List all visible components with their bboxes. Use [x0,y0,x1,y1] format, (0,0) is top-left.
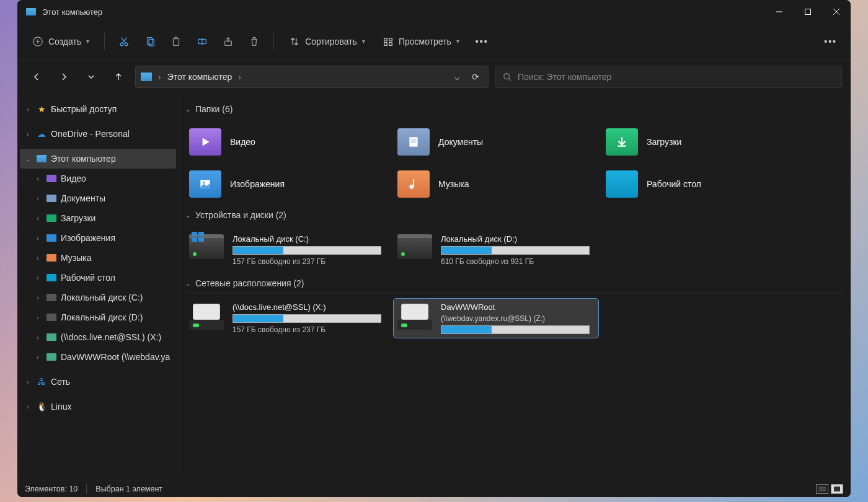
sidebar-onedrive[interactable]: › ☁ OneDrive - Personal [20,124,176,144]
sidebar-desktop[interactable]: › Рабочий стол [20,268,176,288]
back-button[interactable] [26,66,47,87]
chevron-down-icon: ⌄ [185,280,190,287]
trash-icon [249,36,260,47]
expand-icon[interactable]: › [33,255,42,262]
cut-icon [118,36,130,47]
content-area: ⌄ Папки (6) Видео Документы Загрузки [179,94,851,480]
new-button[interactable]: Создать ▾ [25,30,97,53]
expand-icon[interactable]: › [33,294,42,301]
folder-downloads[interactable]: Загрузки [602,125,807,159]
address-bar[interactable]: › Этот компьютер › ⌵ ⟳ [135,66,489,88]
sidebar-pictures[interactable]: › Изображения [20,228,176,248]
status-bar: Элементов: 10 Выбран 1 элемент [17,480,851,497]
new-label: Создать [48,37,81,46]
maximize-button[interactable] [794,0,822,24]
delete-button[interactable] [242,30,266,53]
expand-icon[interactable]: › [33,275,42,281]
network-icon: 🖧 [36,376,47,387]
folder-desktop[interactable]: Рабочий стол [602,167,807,201]
expand-icon[interactable]: › [24,106,32,113]
expand-icon[interactable]: › [24,403,32,410]
expand-icon[interactable]: › [33,195,42,202]
collapse-icon[interactable]: ⌄ [24,156,32,162]
netdrive-x[interactable]: (\\docs.live.net@SSL) (X:) 157 ГБ свобод… [185,299,390,338]
address-dropdown[interactable]: ⌵ [450,72,464,82]
capacity-bar [441,246,590,255]
paste-button[interactable] [164,30,188,53]
folder-documents[interactable]: Документы [394,125,598,159]
video-folder-icon [46,173,57,184]
breadcrumb-separator: › [238,72,241,82]
expand-icon[interactable]: › [24,379,32,385]
sort-button[interactable]: Сортировать ▾ [281,30,373,53]
sidebar-video[interactable]: › Видео [20,169,176,188]
capacity-bar [232,246,381,255]
sidebar-netdrive-z[interactable]: › DavWWWRoot (\\webdav.ya [20,347,176,367]
svg-rect-21 [389,42,392,45]
more-button[interactable]: ••• [469,30,495,53]
expand-icon[interactable]: › [33,215,42,222]
rename-button[interactable] [190,30,214,53]
sidebar-linux[interactable]: › 🐧 Linux [20,397,176,416]
separator [273,33,274,50]
folder-music[interactable]: Музыка [394,167,598,201]
drive-d[interactable]: Локальный диск (D:) 610 ГБ свободно из 9… [394,231,598,270]
view-toggle [816,484,843,494]
refresh-button[interactable]: ⟳ [468,72,483,82]
share-button[interactable] [216,30,240,53]
sidebar-quick-access[interactable]: › ★ Быстрый доступ [20,99,176,119]
large-icons-view-button[interactable] [831,484,843,494]
expand-icon[interactable]: › [33,314,42,321]
pictures-folder-icon [46,232,57,244]
separator [86,484,87,494]
sidebar-this-pc[interactable]: ⌄ Этот компьютер [20,149,176,169]
svg-rect-31 [413,179,414,187]
separator [104,33,105,50]
search-input[interactable]: Поиск: Этот компьютер [495,66,842,88]
chevron-down-icon: ▾ [362,38,365,45]
sidebar-network[interactable]: › 🖧 Сеть [20,372,176,392]
sidebar-local-d[interactable]: › Локальный диск (D:) [20,307,176,327]
status-count: Элементов: 10 [25,485,78,493]
copy-button[interactable] [138,30,162,53]
svg-rect-13 [174,38,179,45]
sidebar-netdrive-x[interactable]: › (\\docs.live.net@SSL) (X:) [20,327,176,347]
documents-folder-icon [46,193,57,204]
expand-icon[interactable]: › [33,175,42,182]
sidebar-music[interactable]: › Музыка [20,248,176,268]
downloads-folder-icon [606,128,638,156]
sidebar-downloads[interactable]: › Загрузки [20,208,176,228]
details-view-button[interactable] [816,484,828,494]
group-drives[interactable]: ⌄ Устройства и диски (2) [185,210,844,224]
overflow-button[interactable]: ••• [818,30,843,53]
this-pc-icon [141,73,152,81]
sidebar-local-c[interactable]: › Локальный диск (C:) [20,288,176,307]
forward-button[interactable] [53,66,74,87]
this-pc-icon [36,153,47,164]
minimize-button[interactable] [765,0,794,24]
group-folders-label: Папки (6) [195,104,232,114]
expand-icon[interactable]: › [33,354,42,361]
expand-icon[interactable]: › [24,131,32,138]
cut-button[interactable] [112,30,136,53]
rename-icon [197,36,208,47]
folder-video[interactable]: Видео [185,125,390,159]
svg-rect-1 [805,9,811,15]
folder-pictures[interactable]: Изображения [185,167,390,201]
group-network-locations[interactable]: ⌄ Сетевые расположения (2) [185,278,844,293]
expand-icon[interactable]: › [33,235,42,242]
sidebar-documents[interactable]: › Документы [20,188,176,208]
network-drive-icon [189,302,224,330]
recent-button[interactable] [81,66,102,87]
expand-icon[interactable]: › [33,334,42,341]
drive-c[interactable]: Локальный диск (C:) 157 ГБ свободно из 2… [185,231,390,270]
group-folders[interactable]: ⌄ Папки (6) [185,104,844,118]
netdrive-z[interactable]: DavWWWRoot (\\webdav.yandex.ru@SSL) (Z:) [394,299,598,338]
view-button[interactable]: Просмотреть ▾ [375,30,467,53]
breadcrumb-separator: › [158,72,161,82]
breadcrumb-this-pc[interactable]: Этот компьютер [167,72,232,82]
up-button[interactable] [108,66,129,87]
close-button[interactable] [822,0,851,24]
svg-line-23 [509,79,512,81]
svg-rect-18 [384,38,388,41]
